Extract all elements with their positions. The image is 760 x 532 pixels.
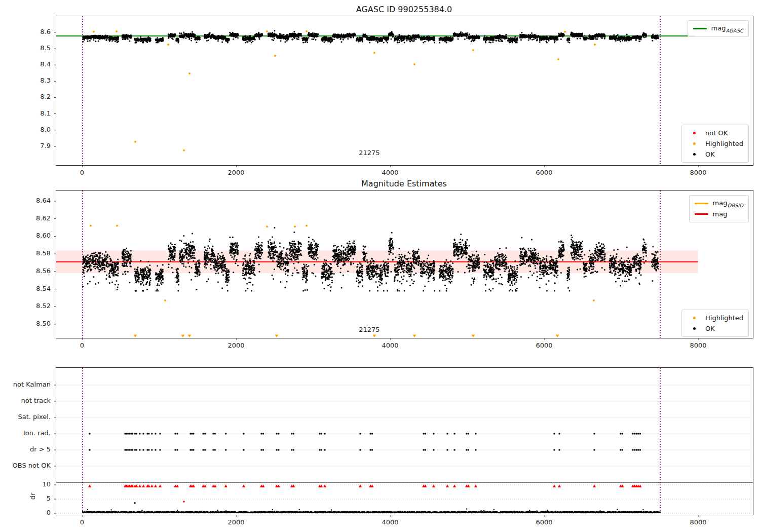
panel1-highlighted: [93, 30, 596, 151]
x-tick-label: 6000: [529, 341, 559, 349]
legend-label: magOBSID: [710, 199, 743, 208]
legend-row: OK: [686, 149, 743, 160]
x-tick-label: 4000: [375, 518, 405, 526]
panel2-title: Magnitude Estimates: [56, 179, 752, 188]
panel3-canvas: [56, 368, 753, 515]
x-tick-label: 2000: [221, 169, 251, 176]
legend-panel1-status: not OKHighlightedOK: [681, 125, 749, 163]
mag-agasc-line-swatch: [692, 28, 708, 29]
dr-tick-label: 5: [0, 495, 51, 502]
panel3-plot-area: [56, 367, 753, 515]
dr-trace: [82, 508, 661, 513]
legend-row: mag: [694, 209, 743, 219]
panel1-ok-scatter: [82, 30, 659, 43]
legend-label: OK: [702, 150, 715, 158]
y-tick-label: 8.6: [0, 28, 51, 35]
legend-marker-line: [694, 203, 710, 204]
panel2-highlighted: [90, 225, 595, 337]
legend-marker-dot: [686, 142, 702, 145]
y-tick-label: 8.52: [0, 302, 51, 310]
x-tick-label: 4000: [375, 341, 405, 349]
legend-panel2-status: HighlightedOK: [681, 310, 749, 337]
legend-row: OK: [686, 323, 743, 334]
y-tick-label: 8.54: [0, 285, 51, 292]
legend-marker-dot: [686, 132, 702, 134]
dr-clipped-triangles: [88, 484, 641, 487]
legend-label: Highlighted: [702, 140, 743, 147]
mag-agasc-label: magAGASC: [708, 24, 743, 33]
legend-row: magAGASC: [692, 23, 743, 34]
y-tick-label: 8.0: [0, 126, 51, 133]
legend-row: magOBSID: [694, 198, 743, 209]
legend-label: OK: [702, 325, 715, 332]
legend-mag-agasc: magAGASC: [688, 20, 749, 37]
x-tick-label: 8000: [683, 169, 713, 176]
y-tick-label: 8.56: [0, 267, 51, 275]
category-label: Sat. pixel.: [0, 413, 51, 421]
x-tick-label: 0: [67, 341, 97, 349]
legend-label: Highlighted: [702, 314, 743, 322]
category-label: not track: [0, 397, 51, 404]
panel1-title: AGASC ID 990255384.0: [56, 5, 752, 14]
figure: AGASC ID 990255384.0 Magnitude Estimates…: [0, 0, 760, 532]
x-tick-label: 6000: [529, 169, 559, 176]
legend-row: Highlighted: [686, 313, 743, 323]
legend-label: mag: [710, 210, 728, 218]
x-tick-label: 6000: [529, 518, 559, 526]
y-tick-label: 8.4: [0, 60, 51, 68]
legend-row: not OK: [686, 128, 743, 138]
x-tick-label: 2000: [221, 341, 251, 349]
y-tick-label: 8.3: [0, 77, 51, 84]
x-tick-label: 2000: [221, 518, 251, 526]
panel1-canvas: [56, 16, 753, 165]
legend-marker-dot: [686, 153, 702, 156]
panel1-obsid-annotation: 21275: [349, 149, 390, 157]
panel2-canvas: [56, 191, 753, 338]
panel2-obsid-annotation: 21275: [349, 326, 390, 333]
y-tick-label: 8.50: [0, 320, 51, 327]
flag-dots: [89, 433, 641, 450]
legend-label: not OK: [702, 129, 728, 137]
y-tick-label: 8.5: [0, 44, 51, 52]
panel1-plot-area: [56, 16, 753, 166]
legend-panel2-lines: magOBSIDmag: [689, 195, 749, 222]
category-label: Ion. rad.: [0, 429, 51, 437]
legend-marker-dot: [686, 327, 702, 330]
y-tick-label: 8.64: [0, 197, 51, 204]
x-tick-label: 8000: [683, 518, 713, 526]
x-tick-label: 0: [67, 518, 97, 526]
dr-tick-label: 0: [0, 509, 51, 516]
legend-marker-dot: [686, 317, 702, 319]
legend-marker-line: [694, 213, 710, 215]
x-tick-label: 0: [67, 169, 97, 176]
y-tick-label: 8.60: [0, 232, 51, 239]
y-tick-label: 8.1: [0, 109, 51, 117]
panel2-plot-area: [56, 190, 753, 338]
y-tick-label: 8.62: [0, 214, 51, 222]
category-label: OBS not OK: [0, 462, 51, 469]
x-tick-label: 4000: [375, 169, 405, 176]
y-tick-label: 7.9: [0, 142, 51, 149]
dr-tick-label: 10: [0, 480, 51, 488]
legend-row: Highlighted: [686, 138, 743, 149]
x-tick-label: 8000: [683, 341, 713, 349]
category-label: dr > 5: [0, 445, 51, 453]
y-tick-label: 8.2: [0, 93, 51, 100]
category-label: not Kalman: [0, 381, 51, 388]
y-tick-label: 8.58: [0, 249, 51, 257]
